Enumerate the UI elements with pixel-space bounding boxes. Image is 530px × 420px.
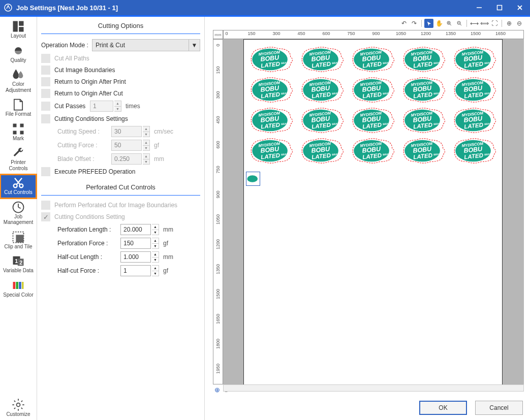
cutting-speed-spinner[interactable]: ▲▼ — [143, 126, 150, 137]
sidebar-item-label: Variable Data — [3, 268, 34, 274]
perf-force-field[interactable]: 150 — [120, 238, 151, 249]
return-origin-after-print-checkbox[interactable] — [41, 77, 50, 86]
perf-force-spinner[interactable]: ▲▼ — [152, 238, 159, 249]
chevron-down-icon: ▼ — [189, 40, 200, 51]
sticker[interactable]: MYDISCOMBOBULATEDBRAIN — [398, 106, 448, 135]
ruler-v-tick: 600 — [213, 142, 223, 147]
pointer-tool-button[interactable] — [424, 19, 433, 28]
add-button[interactable]: ⊕ — [505, 19, 514, 28]
cut-passes-field[interactable]: 1 — [90, 101, 113, 112]
blade-offset-field[interactable]: 0.250 — [111, 153, 142, 165]
sticker[interactable]: MYDISCOMBOBULATEDBRAIN — [246, 106, 296, 135]
sidebar-item-layout[interactable]: Layout — [0, 18, 37, 42]
sidebar-item-variable-data[interactable]: 12 Variable Data — [0, 252, 37, 277]
sidebar-item-file-format[interactable]: File Format — [0, 96, 37, 120]
sidebar-item-clip-and-tile[interactable]: Clip and Tile — [0, 229, 37, 253]
cut-passes-spinner[interactable]: ▲▼ — [114, 101, 121, 112]
cut-all-paths-checkbox[interactable] — [41, 54, 50, 63]
sticker[interactable]: MYDISCOMBOBULATEDBRAIN — [398, 136, 448, 166]
scissors-icon — [11, 177, 25, 188]
fit-width-button[interactable]: ⟷ — [470, 19, 479, 28]
svg-text:BRAIN: BRAIN — [332, 153, 340, 156]
sidebar-item-color-adjustment[interactable]: Color Adjustment — [0, 66, 37, 96]
blade-offset-label: Blade Offset : — [57, 155, 111, 163]
sticker[interactable]: MYDISCOMBOBULATEDBRAIN — [348, 106, 397, 135]
cut-image-boundaries-checkbox[interactable] — [41, 66, 50, 75]
droplet-icon — [11, 69, 25, 80]
sticker-selected[interactable] — [246, 172, 260, 186]
sticker[interactable]: MYDISCOMBOBULATEDBRAIN — [297, 45, 347, 74]
operation-mode-dropdown[interactable]: Print & Cut ▼ — [92, 39, 200, 51]
sticker[interactable]: MYDISCOMBOBULATEDBRAIN — [398, 75, 448, 105]
undo-button[interactable]: ↶ — [399, 19, 409, 28]
sticker[interactable]: MYDISCOMBOBULATEDBRAIN — [449, 136, 499, 166]
zoom-in-button[interactable] — [445, 19, 454, 28]
svg-rect-7 — [19, 27, 23, 31]
minimize-button[interactable] — [469, 0, 489, 15]
settings-panel: Cutting Options Operation Mode : Print &… — [37, 17, 205, 420]
cutting-conditions-label: Cutting Conditions Settings — [54, 115, 128, 122]
wrench-icon — [11, 147, 25, 158]
halfcut-length-spinner[interactable]: ▲▼ — [152, 251, 159, 263]
cancel-button[interactable]: Cancel — [475, 401, 523, 415]
sticker[interactable]: MYDISCOMBOBULATEDBRAIN — [348, 45, 397, 74]
preview-toolbar: ↶ ↷ ✋ ⟷ ⟺ ⛶ ⊕ ⊖ — [399, 19, 524, 28]
close-button[interactable] — [510, 0, 530, 15]
sidebar-item-cut-controls[interactable]: Cut Controls — [0, 174, 37, 199]
sticker[interactable]: MYDISCOMBOBULATEDBRAIN — [246, 136, 296, 166]
maximize-button[interactable] — [489, 0, 510, 15]
canvas-area[interactable]: MYDISCOMBOBULATEDBRAINMYDISCOMBOBULATEDB… — [223, 39, 524, 384]
sidebar-item-quality[interactable]: Quality — [0, 42, 37, 67]
sticker[interactable]: MYDISCOMBOBULATEDBRAIN — [449, 106, 499, 135]
sticker[interactable]: MYDISCOMBOBULATEDBRAIN — [449, 45, 499, 74]
fit-height-button[interactable]: ⟺ — [480, 19, 489, 28]
target-icon[interactable]: ⊕ — [213, 385, 221, 394]
blade-offset-spinner[interactable]: ▲▼ — [143, 153, 150, 165]
redo-button[interactable]: ↷ — [410, 19, 419, 28]
cutting-conditions-checkbox[interactable] — [41, 114, 50, 123]
prefeed-checkbox[interactable] — [41, 167, 50, 176]
zoom-out-button[interactable] — [455, 19, 464, 28]
svg-point-137 — [247, 175, 258, 182]
sidebar-item-special-color[interactable]: Special Color — [0, 277, 37, 301]
perf-length-spinner[interactable]: ▲▼ — [152, 224, 159, 235]
perf-conditions-checkbox[interactable] — [41, 212, 50, 221]
halfcut-force-spinner[interactable]: ▲▼ — [152, 265, 159, 276]
remove-button[interactable]: ⊖ — [515, 19, 524, 28]
perforated-cut-checkbox[interactable] — [41, 201, 50, 210]
perf-length-field[interactable]: 20.000 — [120, 224, 151, 235]
sticker[interactable]: MYDISCOMBOBULATEDBRAIN — [449, 75, 499, 105]
sticker[interactable]: MYDISCOMBOBULATEDBRAIN — [246, 45, 296, 74]
svg-rect-10 — [13, 131, 17, 134]
ok-button[interactable]: OK — [419, 401, 467, 415]
sticker[interactable]: MYDISCOMBOBULATEDBRAIN — [297, 136, 347, 166]
sticker[interactable]: MYDISCOMBOBULATEDBRAIN — [297, 106, 347, 135]
cutting-speed-field[interactable]: 30 — [111, 126, 142, 137]
sidebar-item-customize[interactable]: Customize — [0, 396, 37, 421]
operation-mode-value: Print & Cut — [96, 42, 125, 49]
halfcut-length-field[interactable]: 1.000 — [120, 251, 151, 263]
sidebar-item-job-management[interactable]: Job Management — [0, 199, 37, 229]
halfcut-force-field[interactable]: 1 — [120, 265, 151, 276]
svg-text:BRAIN: BRAIN — [433, 92, 442, 95]
sticker-grid: MYDISCOMBOBULATEDBRAINMYDISCOMBOBULATEDB… — [246, 45, 500, 167]
sidebar-item-label: File Format — [6, 111, 32, 117]
return-origin-after-cut-checkbox[interactable] — [41, 89, 50, 98]
cutting-force-field[interactable]: 50 — [111, 140, 142, 151]
horizontal-scrollbar[interactable] — [223, 384, 524, 392]
svg-text:BRAIN: BRAIN — [383, 153, 391, 156]
perforated-cut-label: Perform Perforated Cut for Image Boundar… — [54, 202, 177, 209]
cutting-force-spinner[interactable]: ▲▼ — [143, 140, 150, 151]
sticker[interactable]: MYDISCOMBOBULATEDBRAIN — [297, 75, 347, 105]
sticker[interactable]: MYDISCOMBOBULATEDBRAIN — [348, 136, 397, 166]
sticker[interactable]: MYDISCOMBOBULATEDBRAIN — [398, 45, 448, 74]
pan-tool-button[interactable]: ✋ — [434, 19, 444, 28]
sticker[interactable]: MYDISCOMBOBULATEDBRAIN — [246, 75, 296, 105]
cutting-force-label: Cutting Force : — [57, 142, 111, 149]
sidebar-item-mark[interactable]: Mark — [0, 120, 37, 145]
cut-passes-checkbox[interactable] — [41, 102, 50, 111]
fit-page-button[interactable]: ⛶ — [490, 19, 499, 28]
sticker[interactable]: MYDISCOMBOBULATEDBRAIN — [348, 75, 397, 105]
sidebar-item-printer-controls[interactable]: Printer Controls — [0, 144, 37, 174]
svg-text:BRAIN: BRAIN — [484, 92, 492, 95]
